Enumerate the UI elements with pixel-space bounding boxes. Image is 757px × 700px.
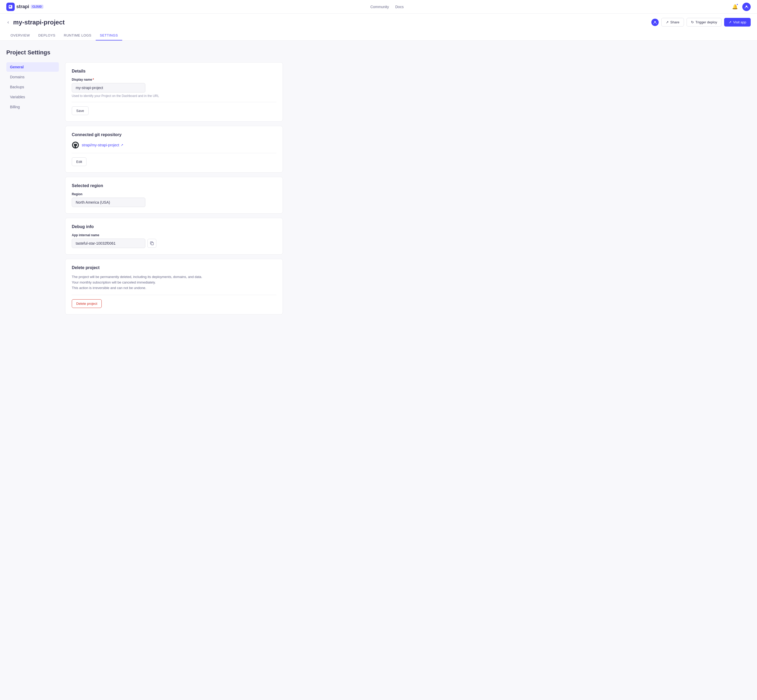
region-title: Selected region <box>72 183 276 188</box>
divider <box>72 102 276 102</box>
main-content: Project Settings General Domains Backups… <box>0 41 289 323</box>
header-actions: 🔔 <box>731 3 751 11</box>
header-nav: Community Docs <box>370 5 404 9</box>
copy-button[interactable] <box>147 239 156 248</box>
share-icon: ↗ <box>666 20 669 24</box>
display-name-input[interactable] <box>72 83 145 92</box>
project-title-left: ‹ my-strapi-project <box>6 19 65 26</box>
svg-point-3 <box>654 21 656 22</box>
content-layout: General Domains Backups Variables Billin… <box>6 62 283 314</box>
repo-link: strapi/my-strapi-project ↗ <box>72 141 276 149</box>
project-name: my-strapi-project <box>13 19 65 26</box>
delete-card: Delete project The project will be perma… <box>65 259 283 314</box>
details-title: Details <box>72 69 276 73</box>
tab-deploys[interactable]: DEPLOYS <box>34 31 59 41</box>
avatar[interactable] <box>742 3 751 11</box>
github-icon <box>72 141 79 149</box>
logo: strapi CLOUD <box>6 3 43 11</box>
region-field: Region <box>72 192 276 207</box>
delete-description: The project will be permanently deleted,… <box>72 274 276 291</box>
git-card: Connected git repository strapi/my-strap… <box>65 126 283 173</box>
logo-text: strapi <box>16 4 29 9</box>
sidebar-item-backups[interactable]: Backups <box>6 82 59 92</box>
tabs: OVERVIEW DEPLOYS RUNTIME LOGS SETTINGS <box>6 31 751 41</box>
region-label: Region <box>72 192 276 196</box>
repo-url-link[interactable]: strapi/my-strapi-project ↗ <box>82 143 123 147</box>
details-card: Details Display name * Used to identify … <box>65 62 283 122</box>
docs-link[interactable]: Docs <box>395 5 404 9</box>
refresh-icon: ↻ <box>691 20 694 24</box>
display-name-field: Display name * Used to identify your Pro… <box>72 78 276 98</box>
sidebar-item-variables[interactable]: Variables <box>6 92 59 102</box>
project-actions: ↗ Share ↻ Trigger deploy ↗ Visit app <box>651 18 751 27</box>
logo-badge: CLOUD <box>31 5 43 9</box>
display-name-hint: Used to identify your Project on the Das… <box>72 94 276 98</box>
community-link[interactable]: Community <box>370 5 389 9</box>
app-internal-name-field: App internal name <box>72 233 276 248</box>
sidebar-item-general[interactable]: General <box>6 62 59 72</box>
region-card: Selected region Region <box>65 177 283 214</box>
divider-delete <box>72 295 276 295</box>
save-button[interactable]: Save <box>72 106 89 115</box>
page-title: Project Settings <box>6 49 283 56</box>
sidebar-item-billing[interactable]: Billing <box>6 102 59 112</box>
display-name-label: Display name * <box>72 78 276 81</box>
tab-runtime-logs[interactable]: RUNTIME LOGS <box>59 31 96 41</box>
required-star: * <box>92 78 94 81</box>
notifications-button[interactable]: 🔔 <box>731 3 739 11</box>
project-title-row: ‹ my-strapi-project ↗ Share ↻ Trigger de… <box>6 18 751 27</box>
app-internal-name-label: App internal name <box>72 233 276 237</box>
svg-rect-1 <box>9 6 11 7</box>
cards: Details Display name * Used to identify … <box>65 62 283 314</box>
notification-dot <box>736 3 738 6</box>
trigger-deploy-button[interactable]: ↻ Trigger deploy <box>687 18 722 27</box>
external-link-icon: ↗ <box>729 20 732 24</box>
header: strapi CLOUD Community Docs 🔔 <box>0 0 757 14</box>
debug-card: Debug info App internal name <box>65 218 283 255</box>
input-with-copy <box>72 239 276 248</box>
delete-project-button[interactable]: Delete project <box>72 299 102 308</box>
tab-settings[interactable]: SETTINGS <box>96 31 122 41</box>
visit-app-button[interactable]: ↗ Visit app <box>724 18 751 27</box>
sidebar-item-domains[interactable]: Domains <box>6 72 59 82</box>
app-internal-name-input <box>72 239 145 248</box>
external-link-icon: ↗ <box>120 143 123 147</box>
project-avatar <box>651 19 659 26</box>
git-title: Connected git repository <box>72 133 276 137</box>
delete-title: Delete project <box>72 266 276 270</box>
sidebar: General Domains Backups Variables Billin… <box>6 62 59 314</box>
edit-button[interactable]: Edit <box>72 158 86 166</box>
logo-icon <box>6 3 15 11</box>
copy-icon <box>150 241 154 245</box>
region-input <box>72 198 145 207</box>
debug-title: Debug info <box>72 224 276 229</box>
project-header: ‹ my-strapi-project ↗ Share ↻ Trigger de… <box>0 14 757 41</box>
share-button[interactable]: ↗ Share <box>661 18 684 27</box>
tab-overview[interactable]: OVERVIEW <box>6 31 34 41</box>
back-button[interactable]: ‹ <box>6 19 10 26</box>
svg-rect-5 <box>151 242 153 245</box>
